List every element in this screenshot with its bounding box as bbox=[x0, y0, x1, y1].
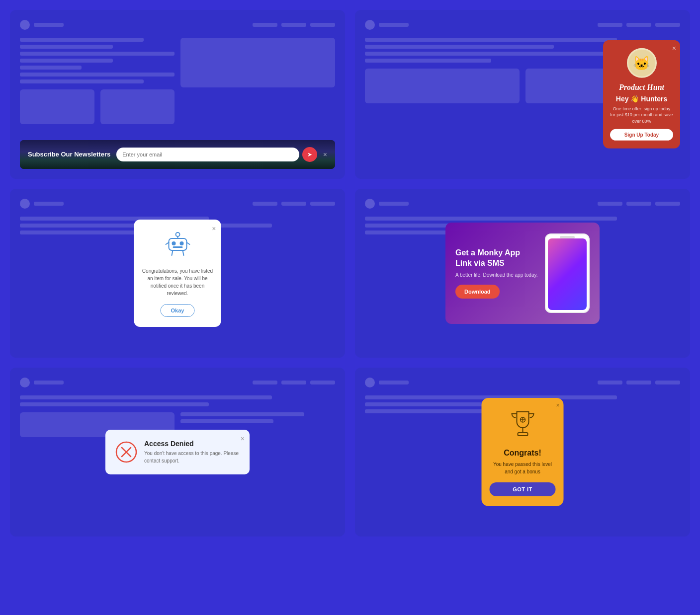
access-denied-popup: × Access Denied You don't have access to… bbox=[105, 430, 250, 474]
access-denied-title: Access Denied bbox=[144, 440, 240, 448]
skeleton-header-6 bbox=[365, 378, 680, 387]
robot-icon bbox=[142, 230, 213, 261]
nav-item-2 bbox=[281, 202, 306, 206]
robot-message: Congratulations, you have listed an item… bbox=[142, 267, 213, 297]
svg-rect-5 bbox=[173, 246, 182, 248]
skel-line bbox=[20, 231, 146, 234]
skel-line bbox=[20, 38, 144, 42]
producthunt-signup-button[interactable]: Sign Up Today bbox=[610, 129, 673, 141]
avatar-skeleton bbox=[365, 20, 375, 30]
nav-item-1 bbox=[253, 202, 277, 206]
newsletter-email-input[interactable] bbox=[116, 148, 299, 161]
content-lines bbox=[20, 395, 335, 406]
nav-item-1 bbox=[598, 202, 622, 206]
monky-phone-mockup bbox=[545, 233, 590, 313]
main-grid: Subscribe Our Newsletters ➤ × bbox=[10, 10, 690, 537]
svg-point-4 bbox=[179, 241, 183, 245]
monky-description: A better life. Download the app today. bbox=[455, 272, 538, 278]
access-close-button[interactable]: × bbox=[241, 435, 245, 443]
skeleton-header-3 bbox=[20, 199, 335, 209]
block-skeleton bbox=[20, 89, 94, 124]
left-lines bbox=[20, 38, 175, 83]
robot-popup: × Congratulations, you have listed an it… bbox=[134, 220, 221, 327]
right-lines bbox=[180, 412, 335, 423]
skel-line bbox=[180, 412, 304, 416]
nav-item-2 bbox=[281, 23, 306, 27]
skel-line bbox=[20, 73, 175, 77]
congrats-close-button[interactable]: × bbox=[556, 402, 559, 409]
send-icon: ➤ bbox=[307, 151, 312, 158]
access-text-col: Access Denied You don't have access to t… bbox=[144, 440, 240, 464]
nav-item-3 bbox=[310, 202, 335, 206]
newsletter-close-button[interactable]: × bbox=[323, 151, 327, 158]
cat-emoji: 🐱 bbox=[633, 55, 650, 71]
access-denied-icon bbox=[115, 441, 137, 463]
skeleton-header-2 bbox=[365, 20, 680, 30]
robot-okay-button[interactable]: Okay bbox=[161, 304, 195, 317]
nav-item-2 bbox=[626, 23, 651, 27]
avatar-skeleton bbox=[20, 199, 30, 209]
newsletter-popup: Subscribe Our Newsletters ➤ × bbox=[20, 140, 335, 169]
monky-text-column: Get a Monky App Link via SMS A better li… bbox=[455, 248, 538, 299]
nav-item-2 bbox=[281, 381, 306, 384]
svg-line-8 bbox=[172, 250, 173, 255]
producthunt-description: One time offer: sign up today for just $… bbox=[610, 105, 673, 124]
svg-rect-14 bbox=[518, 433, 527, 436]
newsletter-title: Subscribe Our Newsletters bbox=[28, 151, 110, 159]
nav-skeleton bbox=[253, 202, 335, 206]
block-skeleton bbox=[365, 69, 520, 103]
nav-item-1 bbox=[253, 381, 277, 384]
newsletter-submit-button[interactable]: ➤ bbox=[302, 147, 317, 162]
producthunt-title: Hey 👋 Hunters bbox=[610, 94, 673, 102]
avatar-skeleton bbox=[365, 378, 375, 387]
block-skeleton bbox=[100, 89, 175, 124]
card-newsletter: Subscribe Our Newsletters ➤ × bbox=[10, 10, 345, 179]
skel-line bbox=[20, 52, 175, 56]
skel-line bbox=[365, 409, 491, 413]
trophy-icon bbox=[490, 408, 556, 444]
image-skeleton bbox=[180, 38, 335, 87]
robot-close-button[interactable]: × bbox=[212, 225, 216, 232]
newsletter-form: ➤ bbox=[116, 147, 317, 162]
nav-item-3 bbox=[655, 202, 680, 206]
card-access: × Access Denied You don't have access to… bbox=[10, 368, 345, 537]
nav-skeleton bbox=[253, 381, 335, 384]
avatar-skeleton bbox=[20, 20, 30, 30]
phone-screen bbox=[548, 238, 587, 310]
skel-line bbox=[365, 45, 554, 49]
card-monky: Get a Monky App Link via SMS A better li… bbox=[355, 189, 690, 358]
card-producthunt: × 🐱 Product Hunt Hey 👋 Hunters One time … bbox=[355, 10, 690, 179]
nav-skeleton bbox=[598, 202, 680, 206]
avatar-skeleton bbox=[20, 378, 30, 387]
nav-item-3 bbox=[655, 381, 680, 384]
skel-line bbox=[20, 59, 113, 63]
nav-item-3 bbox=[310, 23, 335, 27]
skel-line bbox=[20, 45, 113, 49]
nav-skeleton bbox=[598, 381, 680, 384]
skel-line bbox=[365, 38, 617, 42]
congrats-popup: × Congrats! You have passed this level a… bbox=[482, 398, 564, 506]
nav-item-1 bbox=[598, 23, 622, 27]
name-skeleton bbox=[34, 23, 64, 27]
left-col-skeleton bbox=[20, 38, 175, 129]
congrats-got-it-button[interactable]: GOT IT bbox=[490, 482, 556, 496]
monky-popup: Get a Monky App Link via SMS A better li… bbox=[445, 223, 600, 324]
two-col-skeleton bbox=[20, 38, 335, 129]
producthunt-close-button[interactable]: × bbox=[672, 44, 676, 52]
name-skeleton bbox=[379, 381, 409, 384]
skel-line bbox=[20, 395, 272, 399]
monky-download-button[interactable]: Download bbox=[455, 285, 500, 299]
svg-point-3 bbox=[172, 241, 175, 245]
skel-line bbox=[365, 59, 491, 63]
congrats-description: You have passed this level and got a bon… bbox=[490, 461, 556, 475]
skel-line bbox=[20, 79, 144, 83]
nav-item-2 bbox=[626, 381, 651, 384]
nav-skeleton bbox=[253, 23, 335, 27]
svg-rect-2 bbox=[169, 238, 186, 250]
nav-item-3 bbox=[310, 381, 335, 384]
nav-item-1 bbox=[598, 381, 622, 384]
card-congrats: × Congrats! You have passed this level a… bbox=[355, 368, 690, 537]
svg-line-9 bbox=[182, 250, 183, 255]
skel-line bbox=[20, 402, 209, 406]
inner-two-col bbox=[20, 89, 175, 124]
